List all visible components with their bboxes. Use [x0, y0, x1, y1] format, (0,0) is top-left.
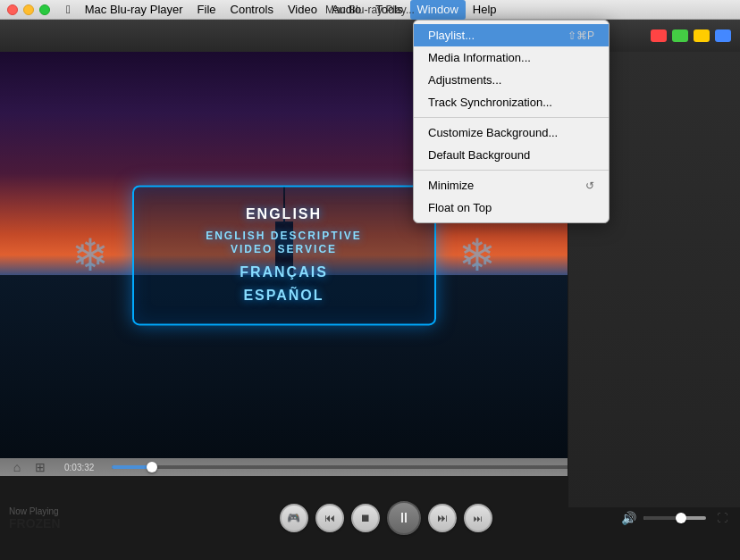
sidebar-blue-btn[interactable] — [715, 29, 731, 42]
language-box: ENGLISH ENGLISH DESCRIPTIVEVIDEO SERVICE… — [132, 185, 436, 325]
menu-item-customize-bg[interactable]: Customize Background... — [414, 121, 609, 144]
grid-icon[interactable]: ⊞ — [30, 457, 50, 477]
menu-item-float-on-top-label: Float on Top — [428, 201, 492, 214]
volume-thumb[interactable] — [676, 513, 686, 523]
menu-item-minimize[interactable]: Minimize ↺ — [414, 174, 609, 196]
menu-item-adjustments[interactable]: Adjustments... — [414, 69, 609, 91]
menu-app-name[interactable]: Mac Blu-ray Player — [78, 0, 190, 20]
menu-item-track-sync-label: Track Synchronization... — [428, 96, 552, 109]
stop-button[interactable]: ⏹ — [351, 504, 380, 532]
menu-item-minimize-shortcut: ↺ — [585, 180, 594, 192]
right-ornament: ❄ — [458, 230, 496, 281]
window-dropdown-menu: Playlist... ⇧⌘P Media Information... Adj… — [413, 20, 610, 223]
center-controls: 🎮 ⏮ ⏹ ⏸ ⏭ ⏭ — [150, 501, 621, 535]
sidebar-yellow-btn[interactable] — [694, 29, 710, 42]
play-pause-button[interactable]: ⏸ — [387, 501, 421, 535]
language-selection: ENGLISH ENGLISH DESCRIPTIVEVIDEO SERVICE… — [132, 185, 436, 325]
progress-thumb[interactable] — [147, 462, 157, 472]
lang-english-descriptive[interactable]: ENGLISH DESCRIPTIVEVIDEO SERVICE — [170, 226, 399, 261]
menu-button[interactable]: 🎮 — [280, 504, 308, 532]
left-ornament: ❄ — [71, 230, 109, 281]
menu-item-media-info[interactable]: Media Information... — [414, 46, 609, 69]
menu-item-default-bg[interactable]: Default Background — [414, 144, 609, 166]
current-time: 0:03:32 — [64, 463, 105, 472]
prev-chapter-button[interactable]: ⏮ — [315, 504, 344, 532]
minimize-button[interactable] — [23, 4, 34, 15]
close-button[interactable] — [7, 4, 18, 15]
title-bar — [0, 20, 740, 52]
sidebar-red-btn[interactable] — [651, 29, 667, 42]
content-area: ❄ ❄ ENGLISH ENGLISH DESCRIPTIVEVIDEO SER… — [0, 52, 740, 560]
nav-icons: ⌂ ⊞ — [7, 457, 50, 477]
now-playing-title: FROZEN — [9, 516, 150, 531]
lang-francais[interactable]: FRANÇAIS — [170, 261, 399, 284]
right-controls: 🔊 ⛶ — [621, 509, 731, 527]
menu-controls[interactable]: Controls — [223, 0, 281, 20]
menu-window[interactable]: Window — [410, 0, 466, 20]
window-title: Mac Blu-ray Play... — [325, 4, 415, 16]
skip-forward-button[interactable]: ⏭ — [464, 504, 492, 532]
menu-separator-1 — [414, 117, 609, 118]
fullscreen-button[interactable]: ⛶ — [713, 509, 731, 527]
now-playing-label: Now Playing — [9, 506, 150, 516]
menu-bar:  Mac Blu-ray Player File Controls Video… — [0, 0, 740, 20]
menu-item-playlist-shortcut: ⇧⌘P — [568, 29, 594, 42]
menu-help[interactable]: Help — [466, 0, 504, 20]
menu-item-media-info-label: Media Information... — [428, 51, 531, 64]
now-playing-area: Now Playing FROZEN — [9, 506, 150, 531]
sidebar-green-btn[interactable] — [672, 29, 688, 42]
lang-english[interactable]: ENGLISH — [170, 203, 399, 226]
menu-item-customize-bg-label: Customize Background... — [428, 126, 558, 139]
menu-separator-2 — [414, 170, 609, 171]
maximize-button[interactable] — [39, 4, 50, 15]
home-icon[interactable]: ⌂ — [7, 457, 27, 477]
menu-apple[interactable]:  — [59, 0, 78, 20]
menu-item-track-sync[interactable]: Track Synchronization... — [414, 91, 609, 113]
menu-file[interactable]: File — [190, 0, 223, 20]
app-window:  Mac Blu-ray Player File Controls Video… — [0, 0, 740, 560]
menu-video[interactable]: Video — [281, 0, 324, 20]
menu-item-playlist-label: Playlist... — [428, 29, 475, 42]
next-chapter-button[interactable]: ⏭ — [428, 504, 457, 532]
menu-item-minimize-label: Minimize — [428, 179, 474, 192]
menu-item-float-on-top[interactable]: Float on Top — [414, 196, 609, 219]
volume-icon[interactable]: 🔊 — [621, 511, 636, 525]
menu-item-default-bg-label: Default Background — [428, 148, 530, 162]
volume-slider[interactable] — [643, 516, 706, 520]
lang-espanol[interactable]: ESPAÑOL — [170, 284, 399, 307]
menu-item-adjustments-label: Adjustments... — [428, 73, 501, 87]
window-controls — [7, 4, 50, 15]
menu-item-playlist[interactable]: Playlist... ⇧⌘P — [414, 24, 609, 46]
